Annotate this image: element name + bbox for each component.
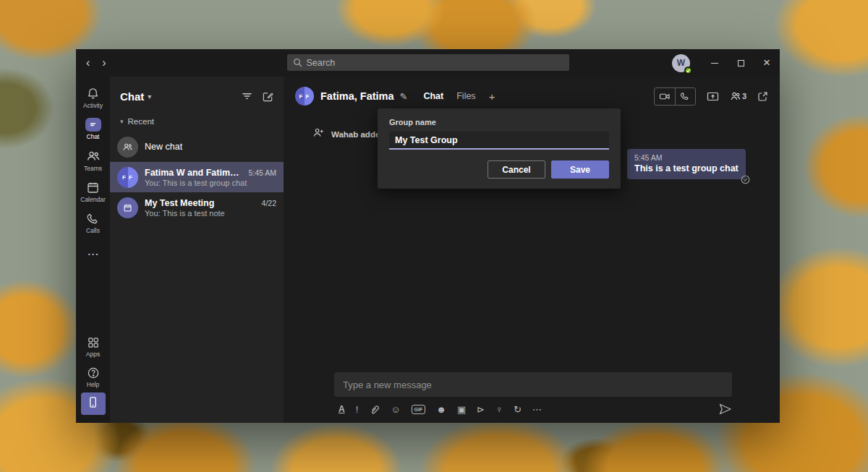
chat-name: New chat [145,142,276,152]
section-label: Recent [128,117,154,126]
more-options-icon[interactable]: ⋯ [532,405,542,414]
view-participants-button[interactable]: 3 [730,91,746,101]
rail-item-teams[interactable]: Teams [76,145,110,176]
dialog-buttons: Cancel Save [389,160,609,179]
chat-list-item-meeting[interactable]: My Test Meeting 4/22 You: This is a test… [110,192,284,223]
presence-available-icon [684,66,692,74]
group-name-input[interactable] [389,132,609,150]
search-bar[interactable] [287,54,569,71]
message-read-status-icon [741,175,750,184]
titlebar-right: W × [672,49,780,77]
compose-toolbar: A ! ☺ GIF ☻ ▣ ⊳ ♀ ↻ ⋯ [339,400,732,418]
avatar: F F [117,167,138,188]
panel-title: Chat [120,90,144,103]
chat-preview: You: This is a test group chat [145,179,276,187]
chat-preview: You: This is a test note [145,209,276,218]
add-tab-button[interactable]: + [489,90,495,103]
search-input[interactable] [307,58,563,68]
chat-title: Fatima, Fatima [320,90,394,102]
audio-call-button[interactable] [675,88,695,105]
praise-icon[interactable]: ♀ [495,405,503,414]
maximize-button[interactable] [728,49,754,77]
sticker-icon[interactable]: ☻ [436,405,446,414]
tab-files[interactable]: Files [456,91,475,101]
group-name-dialog: Group name Cancel Save [378,108,621,189]
rail-item-apps[interactable]: Apps [76,332,110,362]
new-chat-icon[interactable] [263,91,273,102]
rail-label: Calendar [80,196,106,203]
cancel-button[interactable]: Cancel [488,160,545,179]
minimize-button[interactable] [702,49,728,77]
rail-label: Activity [83,102,103,109]
chat-list-panel: Chat ▾ ▾ Recent New chat [110,77,284,423]
back-icon[interactable]: ‹ [86,57,90,69]
person-added-icon [312,127,325,141]
mobile-device-button[interactable] [81,392,106,415]
format-icon[interactable]: A [339,405,345,413]
filter-icon[interactable] [242,91,252,101]
rail-label: Calls [86,227,100,234]
chat-name: Fatima W and Fatima W [145,168,244,178]
rail-item-calendar[interactable]: Calendar [76,176,110,207]
chat-list-header: Chat ▾ [110,77,284,116]
save-button[interactable]: Save [551,160,609,179]
tab-chat[interactable]: Chat [423,91,443,101]
message-input[interactable] [334,372,732,397]
chat-time: 5:45 AM [248,168,276,177]
gif-icon[interactable]: GIF [412,405,426,414]
message-time: 5:45 AM [634,153,739,162]
app-rail: Activity Chat Teams Calendar [76,77,110,423]
teams-window: ‹ › W × [76,49,780,423]
rename-chat-icon[interactable]: ✎ [400,91,408,102]
chat-time: 4/22 [262,199,276,207]
chat-header-actions: 3 [654,87,768,106]
apps-grid-icon [87,336,100,349]
send-icon[interactable] [718,403,732,416]
chat-main: F F Fatima, Fatima ✎ Chat Files + [284,77,780,423]
message-text: This is a test group chat [634,163,739,173]
rail-item-calls[interactable]: Calls [76,207,110,239]
message-bubble[interactable]: 5:45 AM This is a test group chat [627,149,746,179]
emoji-icon[interactable]: ☺ [391,405,400,414]
importance-icon[interactable]: ! [356,405,359,414]
close-button[interactable]: × [754,49,780,77]
avatar [117,197,138,218]
people-icon [86,149,101,163]
rail-label: Teams [84,165,102,172]
attach-icon[interactable] [369,404,380,415]
rail-item-help[interactable]: Help [76,362,110,392]
screen-share-button[interactable] [707,91,719,102]
popout-chat-button[interactable] [757,91,768,102]
chat-list-item-fatima[interactable]: F F Fatima W and Fatima W 5:45 AM You: T… [110,162,284,192]
rail-label: Help [87,381,99,388]
avatar [117,137,138,158]
chat-tabs: Chat Files + [423,90,495,103]
rail-item-chat[interactable]: Chat [76,113,110,145]
meet-now-icon[interactable]: ▣ [457,405,466,414]
more-apps-button[interactable]: ⋯ [88,249,99,260]
recent-section-header[interactable]: ▾ Recent [110,116,284,132]
mobile-phone-icon [88,396,98,411]
rail-label: Apps [86,351,100,358]
call-button-group [654,87,696,106]
chat-avatar[interactable]: F F [295,87,314,106]
rail-item-activity[interactable]: Activity [76,82,110,113]
rail-label: Chat [87,133,100,140]
video-call-button[interactable] [655,88,675,105]
bell-icon [86,87,100,100]
chat-name: My Test Meeting [145,198,258,208]
chevron-down-icon: ▾ [120,118,124,125]
forward-icon[interactable]: › [102,57,106,69]
chat-bubble-icon [85,118,101,132]
stream-icon[interactable]: ⊳ [477,405,485,414]
chevron-down-icon[interactable]: ▾ [148,93,151,100]
phone-icon [86,212,100,226]
send-later-icon[interactable]: ↻ [514,405,522,414]
chat-list-item-new-chat[interactable]: New chat [110,132,284,162]
user-avatar[interactable]: W [672,54,690,72]
group-name-label: Group name [389,118,609,126]
help-icon [87,366,100,379]
avatar-initial: W [677,58,685,68]
search-icon [293,58,302,67]
maximize-icon [738,60,744,66]
